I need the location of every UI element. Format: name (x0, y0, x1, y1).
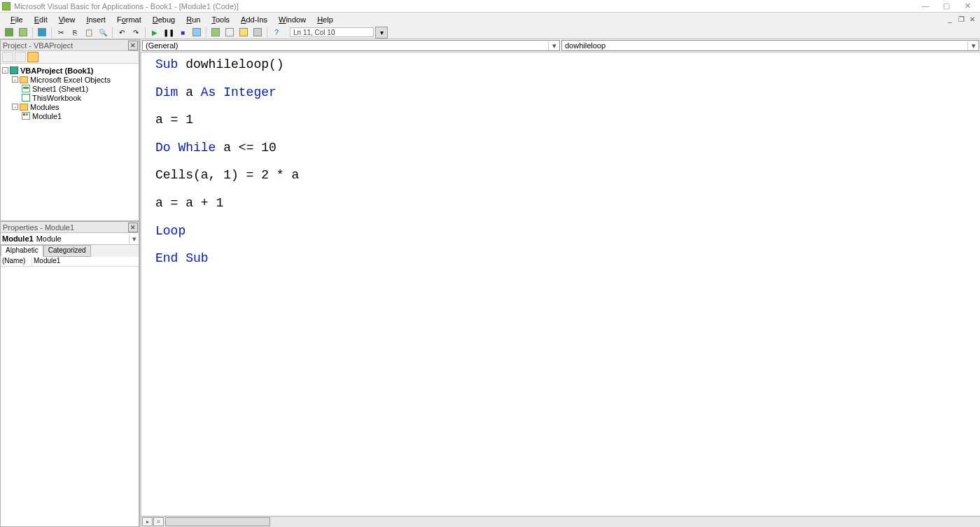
view-object-button[interactable] (15, 52, 26, 62)
mdi-minimize[interactable]: _ (945, 15, 955, 23)
procedure-dropdown[interactable]: dowhileloop ▾ (561, 40, 979, 51)
find-button[interactable]: 🔍 (97, 27, 109, 38)
cut-button[interactable]: ✂ (55, 27, 67, 38)
expand-icon[interactable]: - (12, 104, 18, 110)
tab-categorized[interactable]: Categorized (43, 245, 91, 257)
folder-icon (20, 76, 28, 83)
view-excel-button[interactable] (3, 27, 15, 38)
menu-debug[interactable]: Debug (148, 15, 180, 24)
menu-format[interactable]: Format (112, 15, 146, 24)
project-explorer-title: Project - VBAProject ✕ (1, 40, 139, 51)
object-browser-button[interactable] (237, 27, 250, 38)
design-mode-button[interactable] (190, 27, 203, 38)
properties-object-selector[interactable]: Module1 Module ▾ (1, 233, 139, 245)
run-sub-button[interactable]: ▶ (148, 27, 161, 38)
maximize-button[interactable]: ▢ (942, 1, 951, 10)
code-editor[interactable]: Sub dowhileloop() Dim a As Integer a = 1… (141, 52, 980, 516)
dropdown-icon[interactable]: ▾ (129, 234, 139, 244)
title-bar: Microsoft Visual Basic for Applications … (0, 0, 980, 13)
object-dropdown-value: (General) (146, 41, 178, 50)
break-button[interactable]: ❚❚ (162, 27, 175, 38)
code-text: a = 1 (155, 113, 193, 127)
window-title: Microsoft Visual Basic for Applications … (14, 2, 239, 10)
code-keyword: Sub (155, 57, 178, 71)
code-bottom-bar: ▸ ≡ (141, 516, 980, 527)
project-explorer-title-text: Project - VBAProject (3, 41, 73, 50)
code-keyword: Loop (155, 224, 186, 238)
vba-app-icon (2, 2, 10, 10)
menu-file[interactable]: File (6, 15, 28, 24)
tab-alphabetic[interactable]: Alphabetic (1, 245, 43, 257)
redo-button[interactable]: ↷ (130, 27, 142, 38)
dropdown-arrow[interactable]: ▾ (375, 27, 388, 38)
properties-panel-close[interactable]: ✕ (128, 223, 138, 232)
mdi-window-buttons: _ ❐ ✕ (945, 15, 980, 23)
window-buttons: — ▢ ✕ (921, 1, 980, 10)
code-text: a (178, 85, 200, 99)
tree-sheet1[interactable]: Sheet1 (Sheet1) (2, 84, 137, 93)
tree-modules[interactable]: - Modules (2, 102, 137, 111)
mdi-restore[interactable]: ❐ (956, 15, 966, 23)
menu-help[interactable]: Help (312, 15, 338, 24)
menu-addins[interactable]: Add-Ins (236, 15, 272, 24)
reset-button[interactable]: ■ (176, 27, 189, 38)
project-tree[interactable]: - VBAProject (Book1) - Microsoft Excel O… (1, 64, 139, 220)
full-module-view-button[interactable]: ≡ (153, 517, 164, 526)
menu-tools[interactable]: Tools (206, 15, 234, 24)
object-type: Module (36, 234, 62, 243)
properties-panel: Properties - Module1 ✕ Module1 Module ▾ … (0, 221, 139, 527)
code-window: (General) ▾ dowhileloop ▾ Sub dowhileloo… (140, 39, 980, 527)
tree-label: Modules (30, 103, 59, 111)
menu-view[interactable]: View (54, 15, 80, 24)
code-keyword: End Sub (155, 251, 209, 265)
object-name: Module1 (2, 234, 34, 243)
tree-label: ThisWorkbook (32, 94, 81, 102)
menu-run[interactable]: Run (181, 15, 205, 24)
menu-window[interactable]: Window (274, 15, 311, 24)
menu-insert[interactable]: Insert (81, 15, 111, 24)
tree-thisworkbook[interactable]: ThisWorkbook (2, 93, 137, 102)
property-row[interactable]: (Name) Module1 (1, 257, 139, 267)
close-button[interactable]: ✕ (963, 1, 972, 10)
menu-bar: File Edit View Insert Format Debug Run T… (0, 13, 980, 26)
toggle-folders-button[interactable] (27, 52, 38, 62)
expand-icon[interactable]: - (2, 67, 8, 73)
code-keyword: Do While (155, 141, 216, 155)
code-text: a = a + 1 (155, 196, 223, 210)
property-value[interactable]: Module1 (32, 257, 139, 266)
dropdown-icon[interactable]: ▾ (967, 41, 979, 50)
procedure-view-button[interactable]: ▸ (142, 517, 153, 526)
code-keyword: As Integer (201, 85, 276, 99)
folder-icon (20, 104, 28, 111)
save-button[interactable] (36, 27, 48, 38)
procedure-dropdown-value: dowhileloop (565, 41, 606, 50)
project-panel-close[interactable]: ✕ (128, 41, 138, 50)
toolbar-sep (112, 27, 113, 38)
code-text: a <= 10 (216, 141, 276, 155)
help-button[interactable]: ? (270, 27, 283, 38)
standard-toolbar: ✂ ⎘ 📋 🔍 ↶ ↷ ▶ ❚❚ ■ ? Ln 11, Col 10 ▾ (0, 26, 980, 39)
copy-button[interactable]: ⎘ (69, 27, 81, 38)
properties-button[interactable] (223, 27, 236, 38)
expand-icon[interactable]: - (12, 76, 18, 83)
tree-label: Module1 (32, 112, 62, 120)
tree-excel-objects[interactable]: - Microsoft Excel Objects (2, 75, 137, 84)
mdi-close[interactable]: ✕ (967, 15, 977, 23)
paste-button[interactable]: 📋 (83, 27, 95, 38)
view-code-button[interactable] (2, 52, 13, 62)
minimize-button[interactable]: — (921, 1, 930, 10)
cursor-position: Ln 11, Col 10 (290, 27, 374, 37)
tree-label: Microsoft Excel Objects (30, 76, 111, 84)
horizontal-scrollbar[interactable] (165, 517, 270, 526)
menu-edit[interactable]: Edit (29, 15, 52, 24)
toolbar-sep (32, 27, 33, 38)
tree-module1[interactable]: Module1 (2, 111, 137, 120)
undo-button[interactable]: ↶ (115, 27, 128, 38)
insert-module-button[interactable] (17, 27, 29, 38)
project-explorer-button[interactable] (209, 27, 222, 38)
sheet-icon (22, 85, 30, 92)
tree-project-root[interactable]: - VBAProject (Book1) (2, 66, 137, 75)
dropdown-icon[interactable]: ▾ (548, 41, 559, 50)
toolbox-button[interactable] (251, 27, 264, 38)
object-dropdown[interactable]: (General) ▾ (142, 40, 560, 51)
